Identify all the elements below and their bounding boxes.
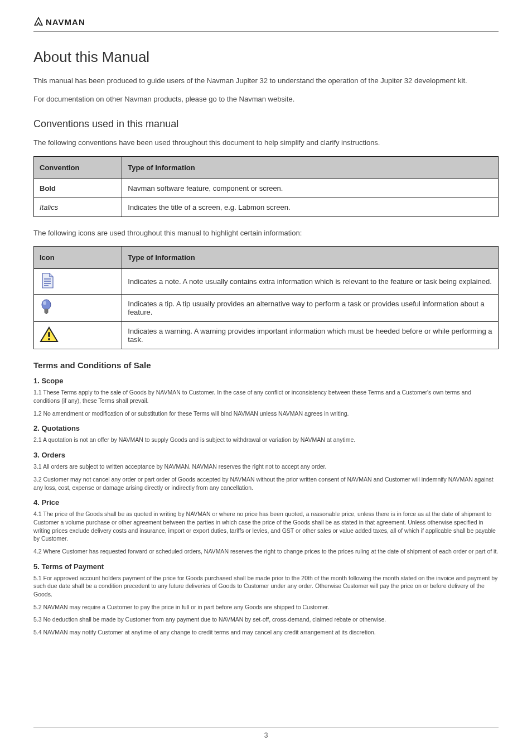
svg-point-4 [42,300,51,310]
table-header: Type of Information [122,156,499,179]
warning-icon-cell [34,322,122,349]
convention-label: Italics [34,198,122,216]
page-header: NAVMAN [33,17,499,32]
page-footer: 3 [33,728,499,739]
note-icon [40,272,55,289]
conventions-note: The following conventions have been used… [33,138,499,148]
page-number: 3 [264,731,268,739]
terms-section-heading: 2. Quotations [33,424,499,432]
page-title: About this Manual [33,49,499,66]
lightbulb-icon [40,298,53,316]
terms-paragraph: 5.2 NAVMAN may require a Customer to pay… [33,603,499,611]
note-icon-cell [34,269,122,295]
table-header: Type of Information [122,247,499,269]
terms-paragraph: 4.2 Where Customer has requested forward… [33,547,499,556]
convention-description: Navman software feature, component or sc… [122,179,499,198]
terms-paragraph: 4.1 The price of the Goods shall be as q… [33,510,499,543]
terms-section-heading: 1. Scope [33,377,499,385]
table-row: Indicates a note. A note usually contain… [34,269,499,295]
brand-logo: NAVMAN [33,17,85,27]
table-row: Bold Navman software feature, component … [34,179,499,198]
table-row: Indicates a tip. A tip usually provides … [34,295,499,322]
icon-description: Indicates a warning. A warning provides … [122,322,499,349]
terms-paragraph: 1.1 These Terms apply to the sale of Goo… [33,388,499,405]
tip-icon-cell [34,295,122,322]
conventions-table: Convention Type of Information Bold Navm… [33,156,499,217]
terms-section-heading: 4. Price [33,498,499,507]
svg-point-5 [43,301,46,305]
warning-icon [40,326,59,343]
icons-table: Icon Type of Information Indicates a not… [33,246,499,349]
table-row: Convention Type of Information [34,156,499,179]
brand-name: NAVMAN [46,17,85,27]
table-row: Italics Indicates the title of a screen,… [34,198,499,216]
terms-paragraph: 5.1 For approved account holders payment… [33,574,499,599]
convention-description: Indicates the title of a screen, e.g. La… [122,198,499,216]
table-row: Icon Type of Information [34,247,499,269]
terms-paragraph: 3.1 All orders are subject to written ac… [33,463,499,471]
convention-label: Bold [34,179,122,198]
svg-point-11 [48,338,50,340]
svg-rect-9 [46,313,47,314]
icons-note: The following icons are used throughout … [33,228,499,239]
terms-section-heading: 5. Terms of Payment [33,562,499,571]
svg-rect-10 [48,332,50,337]
conventions-title: Conventions used in this manual [33,118,499,130]
terms-paragraph: 5.4 NAVMAN may notify Customer at anytim… [33,628,499,637]
terms-section-heading: 3. Orders [33,451,499,459]
terms-title: Terms and Conditions of Sale [33,360,499,370]
terms-paragraph: 5.3 No deduction shall be made by Custom… [33,615,499,624]
intro-paragraph-2: For documentation on other Navman produc… [33,94,499,105]
terms-paragraph: 3.2 Customer may not cancel any order or… [33,475,499,492]
intro-paragraph-1: This manual has been produced to guide u… [33,76,499,86]
navman-logo-icon [33,17,43,27]
icon-description: Indicates a note. A note usually contain… [122,269,499,295]
table-header: Convention [34,156,122,179]
svg-rect-6 [45,309,48,313]
terms-paragraph: 1.2 No amendment or modification of or s… [33,410,499,418]
icon-description: Indicates a tip. A tip usually provides … [122,295,499,322]
table-header: Icon [34,247,122,269]
table-row: Indicates a warning. A warning provides … [34,322,499,349]
terms-paragraph: 2.1 A quotation is not an offer by NAVMA… [33,436,499,444]
